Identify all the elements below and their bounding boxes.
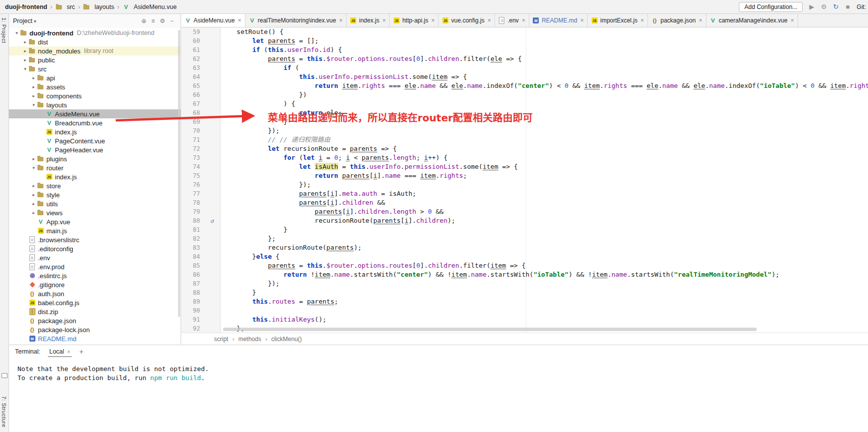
chevron-expanded-icon[interactable]: ▾ <box>30 165 37 170</box>
chevron-expanded-icon[interactable]: ▾ <box>30 102 37 107</box>
chevron-collapsed-icon[interactable]: ▸ <box>30 156 37 161</box>
tree-item[interactable]: .eslintrc.js <box>9 271 181 280</box>
chevron-collapsed-icon[interactable]: ▸ <box>30 183 37 188</box>
close-icon[interactable]: × <box>339 17 343 24</box>
chevron-expanded-icon[interactable]: ▾ <box>13 30 20 35</box>
close-icon[interactable]: × <box>382 17 386 24</box>
tree-item[interactable]: README.md <box>9 334 181 343</box>
tree-item[interactable]: ▸views <box>9 208 181 217</box>
tree-item-label: public <box>38 56 55 64</box>
tree-item[interactable]: ▾router <box>9 163 181 172</box>
terminal-tab-local[interactable]: Local × <box>48 346 72 357</box>
recursive-call-icon[interactable]: ↺ <box>211 216 214 225</box>
close-icon[interactable]: × <box>641 17 644 24</box>
locate-icon[interactable]: ⊕ <box>141 17 146 24</box>
editor-tab[interactable]: VrealTimeMonitoring\index.vue× <box>245 14 347 27</box>
close-icon[interactable]: × <box>522 17 525 24</box>
chevron-collapsed-icon[interactable]: ▸ <box>30 84 37 89</box>
chevron-collapsed-icon[interactable]: ▸ <box>30 201 37 206</box>
tool-button-project[interactable]: 1: Project <box>1 17 7 43</box>
chevron-collapsed-icon[interactable]: ▸ <box>30 93 37 98</box>
chevron-collapsed-icon[interactable]: ▸ <box>30 75 37 80</box>
add-configuration-button[interactable]: Add Configuration... <box>739 2 803 12</box>
tree-item[interactable]: ▸api <box>9 73 181 82</box>
tree-item[interactable]: .gitignore <box>9 280 181 289</box>
editor-tab[interactable]: VcameraManage\index.vue× <box>706 14 798 27</box>
run-icon[interactable]: ▶ <box>807 2 816 11</box>
tree-item[interactable]: ▸dist <box>9 37 181 46</box>
tree-item[interactable]: ▸store <box>9 181 181 190</box>
tree-item[interactable]: .env <box>9 253 181 262</box>
tree-item[interactable]: dist.zip <box>9 307 181 316</box>
tree-item[interactable]: .browserslistrc <box>9 235 181 244</box>
tree-item[interactable]: index.js <box>9 127 181 136</box>
code-line: if (this.userInfo.id) { <box>221 45 868 54</box>
chevron-collapsed-icon[interactable]: ▸ <box>22 48 28 53</box>
collapse-all-icon[interactable]: ≡ <box>151 17 155 24</box>
editor-tab[interactable]: importExcel.js× <box>588 14 648 27</box>
tree-item[interactable]: ▸public <box>9 55 181 64</box>
settings-icon[interactable]: ⚙ <box>160 17 165 24</box>
tree-item[interactable]: VBreadcrumb.vue <box>9 118 181 127</box>
chevron-expanded-icon[interactable]: ▾ <box>22 66 28 71</box>
code-area[interactable]: 5960616263646566676869707172737475767778… <box>181 27 868 333</box>
code-line: }; <box>221 234 868 243</box>
tree-item[interactable]: babel.config.js <box>9 298 181 307</box>
stop-icon[interactable]: ■ <box>843 2 852 11</box>
tree-item[interactable]: VAsideMenu.vue <box>9 109 181 118</box>
tree-item[interactable]: {}package.json <box>9 316 181 325</box>
tree-item[interactable]: ▸node_moduleslibrary root <box>9 46 181 55</box>
tree-item[interactable]: VPageContent.vue <box>9 136 181 145</box>
chevron-collapsed-icon[interactable]: ▸ <box>30 210 37 215</box>
breadcrumb-item[interactable]: src <box>55 3 75 10</box>
tree-item[interactable]: {}package-lock.json <box>9 325 181 334</box>
chevron-collapsed-icon[interactable]: ▸ <box>30 192 37 197</box>
tree-item[interactable]: VApp.vue <box>9 217 181 226</box>
breadcrumb-item[interactable]: layouts <box>83 3 114 10</box>
tree-item[interactable]: ▾src <box>9 64 181 73</box>
close-icon[interactable]: × <box>431 17 434 24</box>
editor-tab[interactable]: .env× <box>495 14 529 27</box>
tree-item[interactable]: ▸style <box>9 190 181 199</box>
build-icon[interactable]: ⚙ <box>819 2 828 11</box>
tree-item[interactable]: ▾duoji-frontendD:\zheheWeb\duoji-fronten… <box>9 28 181 37</box>
chevron-collapsed-icon[interactable]: ▸ <box>22 57 28 62</box>
close-icon[interactable]: × <box>238 17 241 24</box>
project-view-selector[interactable]: Project <box>13 17 36 24</box>
breadcrumb-item[interactable]: methods <box>238 336 261 343</box>
tree-item[interactable]: {}auth.json <box>9 289 181 298</box>
horizontal-scrollbar[interactable] <box>223 328 757 331</box>
close-icon[interactable]: × <box>791 17 794 24</box>
tree-item[interactable]: main.js <box>9 226 181 235</box>
breadcrumb-item[interactable]: duoji-frontend <box>5 3 47 10</box>
hide-icon[interactable]: − <box>170 17 174 24</box>
close-icon[interactable]: × <box>699 17 702 24</box>
breadcrumb-item[interactable]: clickMenu() <box>271 336 302 343</box>
tree-item[interactable]: ▸components <box>9 91 181 100</box>
close-icon[interactable]: × <box>580 17 584 24</box>
close-icon[interactable]: × <box>487 17 491 24</box>
editor-tab[interactable]: VAsideMenu.vue× <box>181 14 245 27</box>
tree-item[interactable]: VPageHeader.vue <box>9 145 181 154</box>
tree-item[interactable]: ▸assets <box>9 82 181 91</box>
close-icon[interactable]: × <box>67 349 70 355</box>
tree-item[interactable]: ▾layouts <box>9 100 181 109</box>
chevron-collapsed-icon[interactable]: ▸ <box>22 39 28 44</box>
editor-tab[interactable]: index.js× <box>347 14 390 27</box>
update-project-icon[interactable]: ↻ <box>831 2 840 11</box>
tree-item[interactable]: .editorconfig <box>9 244 181 253</box>
editor-tab[interactable]: {}package.json× <box>648 14 706 27</box>
tree-item[interactable]: ▸utils <box>9 199 181 208</box>
tool-button-structure[interactable]: 7: Structure <box>1 396 7 428</box>
terminal-icon[interactable] <box>1 373 7 378</box>
editor-tab[interactable]: vue.config.js× <box>438 14 495 27</box>
breadcrumb-item[interactable]: script <box>214 336 228 343</box>
tree-item[interactable]: index.js <box>9 172 181 181</box>
editor-tab[interactable]: http-api.js× <box>390 14 438 27</box>
tree-item[interactable]: ▸plugins <box>9 154 181 163</box>
breadcrumb-item[interactable]: VAsideMenu.vue <box>122 3 177 10</box>
new-session-button[interactable]: + <box>79 348 83 356</box>
project-scrollbar[interactable] <box>178 30 180 317</box>
tree-item[interactable]: .env.prod <box>9 262 181 271</box>
editor-tab[interactable]: README.md× <box>529 14 588 27</box>
